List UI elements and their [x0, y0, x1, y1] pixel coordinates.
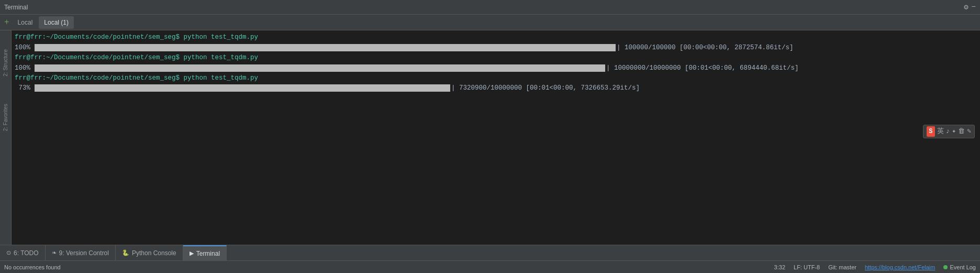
terminal-prompt-2: frr@frr:~/Documents/code/pointnet/sem_se…	[15, 53, 258, 63]
toolbar-english-label[interactable]: 英	[937, 126, 944, 137]
terminal-icon: ▶	[190, 250, 194, 257]
status-link[interactable]: https://blog.csdn.net/Felaim	[865, 264, 936, 270]
event-log-label: Event Log	[950, 264, 976, 270]
bottom-tab-vc-label: 9: Version Control	[59, 249, 109, 257]
progress-bar-3	[35, 84, 450, 92]
terminal-progress-1: 100% | 100000/100000 [00:00<00:00, 28725…	[15, 42, 977, 53]
toolbar-s-label[interactable]: S	[927, 126, 934, 137]
status-no-occurrences: No occurrences found	[4, 264, 61, 270]
status-bar: No occurrences found 3:32 LF: UTF-8 Git:…	[0, 260, 980, 273]
status-right: 3:32 LF: UTF-8 Git: master https://blog.…	[774, 264, 976, 270]
tab-local-1[interactable]: Local (1)	[39, 16, 74, 29]
terminal-progress-3: 73% | 7320900/10000000 [00:01<00:00, 732…	[15, 83, 977, 93]
tab-local[interactable]: Local	[13, 16, 38, 29]
bottom-tab-version-control[interactable]: ❧ 9: Version Control	[46, 245, 116, 261]
title-bar-actions: ⚙ −	[964, 3, 976, 12]
terminal-progress-2: 100% | 10000000/10000000 [00:01<00:00, 6…	[15, 63, 977, 73]
tab-local-1-label: Local (1)	[44, 19, 69, 26]
bottom-tab-terminal-label: Terminal	[196, 250, 220, 257]
python-console-icon: 🐍	[122, 249, 129, 256]
status-git-branch: Git: master	[828, 264, 856, 270]
sidebar-left: 2: Structure 2: Favorites	[0, 30, 12, 245]
minimize-icon[interactable]: −	[972, 3, 976, 12]
progress-info-3: | 7320900/10000000 [00:01<00:00, 7326653…	[451, 83, 640, 93]
todo-icon: ⊙	[6, 249, 11, 256]
tab-local-label: Local	[18, 19, 33, 26]
progress-pct-3: 73%	[15, 83, 35, 93]
sidebar-structure-label[interactable]: 2: Structure	[3, 46, 8, 80]
main-area: 2: Structure 2: Favorites frr@frr:~/Docu…	[0, 30, 980, 245]
toolbar-trash-icon[interactable]: 🗑	[958, 126, 965, 137]
add-tab-button[interactable]: +	[2, 18, 12, 27]
progress-info-2: | 10000000/10000000 [00:01<00:00, 689444…	[606, 63, 799, 73]
event-log-green-dot	[943, 265, 948, 269]
progress-info-1: | 100000/100000 [00:00<00:00, 2872574.86…	[617, 42, 794, 53]
title-bar-title: Terminal	[4, 4, 28, 11]
bottom-tab-python-console[interactable]: 🐍 Python Console	[116, 245, 183, 261]
bottom-tab-bar: ⊙ 6: TODO ❧ 9: Version Control 🐍 Python …	[0, 245, 980, 260]
terminal-prompt-3: frr@frr:~/Documents/code/pointnet/sem_se…	[15, 73, 258, 83]
progress-pct-1: 100%	[15, 42, 35, 53]
gear-icon[interactable]: ⚙	[964, 3, 968, 12]
bottom-tab-todo-label: 6: TODO	[14, 249, 39, 257]
bottom-tab-terminal[interactable]: ▶ Terminal	[183, 245, 227, 261]
status-position: 3:32	[774, 264, 785, 270]
terminal-line-3: frr@frr:~/Documents/code/pointnet/sem_se…	[15, 53, 977, 63]
toolbar-star-icon[interactable]: ✦	[952, 126, 956, 137]
toolbar-edit-icon[interactable]: ✎	[967, 126, 971, 137]
terminal-line-1: frr@frr:~/Documents/code/pointnet/sem_se…	[15, 32, 977, 42]
floating-toolbar: S 英 ♪ ✦ 🗑 ✎	[923, 125, 975, 138]
progress-bar-2	[35, 64, 605, 72]
terminal-prompt-1: frr@frr:~/Documents/code/pointnet/sem_se…	[15, 32, 258, 42]
status-encoding: LF: UTF-8	[794, 264, 820, 270]
version-control-icon: ❧	[52, 249, 57, 256]
progress-bar-1	[35, 44, 616, 51]
tab-bar: + Local Local (1)	[0, 15, 980, 30]
terminal-content[interactable]: frr@frr:~/Documents/code/pointnet/sem_se…	[12, 30, 980, 245]
status-left: No occurrences found	[4, 264, 774, 270]
progress-pct-2: 100%	[15, 63, 35, 73]
terminal-line-5: frr@frr:~/Documents/code/pointnet/sem_se…	[15, 73, 977, 83]
bottom-tab-python-label: Python Console	[132, 249, 176, 257]
title-bar: Terminal ⚙ −	[0, 0, 980, 15]
sidebar-favorites-label[interactable]: 2: Favorites	[3, 101, 8, 134]
event-log-item[interactable]: Event Log	[943, 264, 976, 270]
bottom-tab-todo[interactable]: ⊙ 6: TODO	[0, 245, 46, 261]
toolbar-music-icon[interactable]: ♪	[946, 126, 950, 137]
